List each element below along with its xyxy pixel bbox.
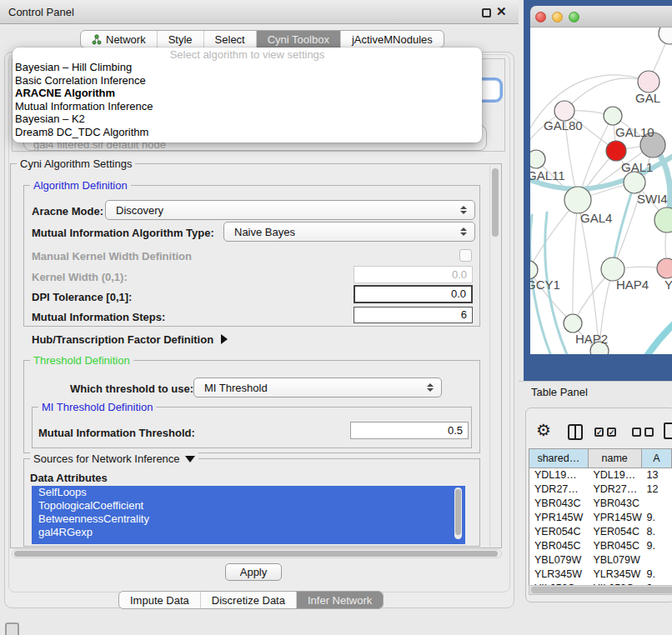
export-table-icon[interactable] xyxy=(664,422,672,439)
node-label: SWI4 xyxy=(637,192,668,206)
network-node[interactable] xyxy=(564,187,591,213)
network-node[interactable] xyxy=(657,258,672,278)
tab-style[interactable]: Style xyxy=(158,31,204,48)
tab-cyni-toolbox[interactable]: Cyni Toolbox xyxy=(257,31,341,48)
table-row[interactable]: YDL19…YDL19…13 xyxy=(529,468,672,482)
attribute-list-scrollbar[interactable] xyxy=(454,488,462,539)
table-row[interactable]: YBR043CYBR043C xyxy=(529,497,672,511)
network-canvas[interactable]: GALGAL80GAL10GAL1GAL11SWI4GAL4GCY1HAP4YH… xyxy=(530,28,672,354)
mi-steps-input[interactable]: 6 xyxy=(354,307,473,323)
network-graph: GALGAL80GAL10GAL1GAL11SWI4GAL4GCY1HAP4YH… xyxy=(530,28,672,354)
network-node[interactable] xyxy=(564,314,582,332)
hub-definition-toggle[interactable]: Hub/Transcription Factor Definition xyxy=(32,333,228,346)
network-window-titlebar[interactable] xyxy=(530,6,672,28)
status-corner-icon[interactable] xyxy=(5,622,19,635)
network-node[interactable] xyxy=(530,150,545,168)
settings-horizontal-scrollbar[interactable] xyxy=(12,549,502,558)
mi-threshold-title: MI Threshold Definition xyxy=(38,401,156,413)
mi-type-combobox[interactable]: Naive Bayes xyxy=(223,222,475,242)
settings-horizontal-scrollbar-thumb[interactable] xyxy=(14,551,498,557)
table-body[interactable]: YDL19…YDL19…13YDR27…YDR27…12YBR043CYBR04… xyxy=(529,468,672,585)
sources-title-text: Sources for Network Inference xyxy=(33,452,180,465)
dropdown-item[interactable]: ARACNE Algorithm xyxy=(13,87,482,100)
table-cell: YBR045C xyxy=(529,539,588,553)
settings-scrollbar[interactable] xyxy=(489,165,499,547)
minimize-traffic-light-icon[interactable] xyxy=(552,12,563,22)
table-column-header[interactable]: shared… xyxy=(529,449,589,468)
which-threshold-combobox[interactable]: MI Threshold xyxy=(193,378,442,398)
select-all-checkbox-icon[interactable]: ✓ xyxy=(607,428,616,437)
table-row[interactable]: YPR145WYPR145W9. xyxy=(529,511,672,525)
tab-network[interactable]: Network xyxy=(81,31,158,48)
float-window-icon[interactable] xyxy=(482,8,491,18)
tab-infer-network[interactable]: Infer Network xyxy=(297,592,383,608)
select-all-checkbox-icon[interactable]: ✓ xyxy=(594,428,604,437)
table-cell: YBR043C xyxy=(588,497,641,511)
settings-group-title: Cyni Algorithm Settings xyxy=(17,158,135,170)
zoom-traffic-light-icon[interactable] xyxy=(569,12,579,22)
node-table[interactable]: shared…nameA YDL19…YDL19…13YDR27…YDR27…1… xyxy=(529,448,672,585)
node-label: GAL10 xyxy=(615,125,654,139)
tab-label: Infer Network xyxy=(308,592,372,609)
tab-label: Cyni Toolbox xyxy=(268,31,329,48)
table-cell: 9. xyxy=(642,539,672,553)
network-node[interactable] xyxy=(624,172,645,193)
table-column-header[interactable]: A xyxy=(642,449,672,468)
tab-select[interactable]: Select xyxy=(204,31,257,48)
table-row[interactable]: YDR27…YDR27…12 xyxy=(529,482,672,497)
network-node[interactable] xyxy=(604,107,622,125)
application-window: Control Panel ✕ NetworkStyleSelectCyni T… xyxy=(0,0,672,635)
dropdown-item[interactable]: Basic Correlation Inference xyxy=(13,74,482,88)
table-row[interactable]: YLR345WYLR345W9. xyxy=(529,568,672,582)
gear-icon[interactable]: ⚙ xyxy=(536,419,551,441)
tab-discretize-data[interactable]: Discretize Data xyxy=(201,592,297,608)
dropdown-item[interactable]: Mutual Information Inference xyxy=(13,100,482,113)
settings-scrollbar-thumb[interactable] xyxy=(492,168,499,237)
table-row[interactable]: YBR045CYBR045C9. xyxy=(529,539,672,553)
node-label: HAP4 xyxy=(616,278,649,292)
table-column-header[interactable]: name xyxy=(589,449,642,468)
network-node[interactable] xyxy=(659,28,672,44)
data-attributes-list[interactable]: SelfLoopsTopologicalCoefficientBetweenne… xyxy=(32,486,465,544)
network-node[interactable] xyxy=(530,261,538,279)
table-row[interactable]: YER054CYER054C8. xyxy=(529,525,672,539)
attribute-list-item[interactable]: TopologicalCoefficient xyxy=(32,499,465,512)
sources-title[interactable]: Sources for Network Inference xyxy=(30,452,198,465)
aracne-mode-label: Aracne Mode: xyxy=(32,205,103,218)
dpi-tolerance-label: DPI Tolerance [0,1]: xyxy=(32,291,132,303)
tab-jactivemnodules[interactable]: jActiveMNodules xyxy=(341,31,444,48)
network-node[interactable] xyxy=(638,71,659,92)
attribute-list-scrollbar-thumb[interactable] xyxy=(455,489,461,535)
node-label: GAL80 xyxy=(544,118,583,132)
dpi-tolerance-input[interactable]: 0.0 xyxy=(354,285,473,303)
dropdown-item[interactable]: Bayesian – K2 xyxy=(13,112,482,126)
table-row[interactable]: YBL079WYBL079W xyxy=(529,553,672,568)
mi-threshold-input[interactable]: 0.5 xyxy=(350,422,469,439)
network-node[interactable] xyxy=(606,141,626,161)
deselect-all-checkbox-icon[interactable] xyxy=(632,428,641,437)
apply-button[interactable]: Apply xyxy=(225,563,282,581)
kernel-width-input[interactable]: 0.0 xyxy=(354,266,473,283)
table-cell: YDL19… xyxy=(529,468,588,482)
hub-definition-label: Hub/Transcription Factor Definition xyxy=(32,333,213,346)
tab-impute-data[interactable]: Impute Data xyxy=(119,592,201,608)
manual-kernel-checkbox[interactable] xyxy=(459,249,472,262)
attribute-list-item[interactable]: gal4RGexp xyxy=(32,526,465,539)
deselect-all-checkbox-icon[interactable] xyxy=(644,428,654,437)
table-header-row[interactable]: shared…nameA xyxy=(529,449,672,468)
close-icon[interactable]: ✕ xyxy=(496,4,507,19)
table-cell: YPR145W xyxy=(529,511,588,525)
table-cell: YLR345W xyxy=(529,568,588,582)
close-traffic-light-icon[interactable] xyxy=(535,12,546,22)
attribute-list-item[interactable]: SelfLoops xyxy=(32,486,465,499)
table-scrollbar-thumb[interactable] xyxy=(531,587,672,593)
collapse-down-icon xyxy=(185,456,195,462)
dropdown-item[interactable]: Bayesian – Hill Climbing xyxy=(13,61,482,74)
network-node[interactable] xyxy=(654,208,672,232)
table-horizontal-scrollbar[interactable] xyxy=(529,585,672,595)
attribute-list-item[interactable]: BetweennessCentrality xyxy=(32,512,465,526)
dropdown-item[interactable]: Dream8 DC_TDC Algorithm xyxy=(13,126,482,139)
aracne-mode-combobox[interactable]: Discovery xyxy=(105,200,475,220)
node-label: HAP2 xyxy=(575,332,608,346)
column-view-icon[interactable] xyxy=(568,424,583,440)
